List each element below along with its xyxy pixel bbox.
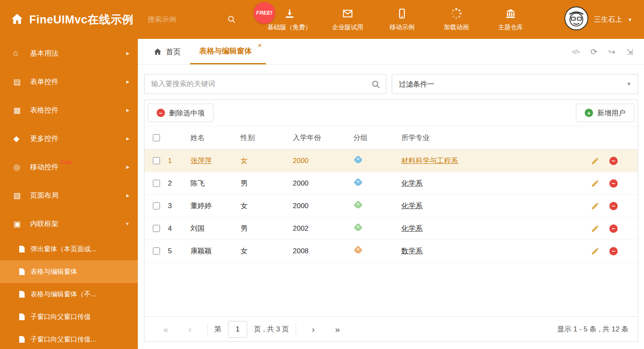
table-row[interactable]: 5 康颖颖 女 2008 数学系 — [145, 240, 638, 262]
sidebar-subitem-grid-edit-window-2[interactable]: 表格与编辑窗体（不... — [0, 283, 138, 306]
frame-icon: ▣ — [13, 219, 26, 229]
expand-icon[interactable]: ⇲ — [626, 47, 633, 57]
envelope-icon — [342, 8, 353, 20]
edit-icon[interactable] — [591, 224, 599, 233]
minus-circle-icon — [157, 109, 165, 117]
table-row[interactable]: 3 董婷婷 女 2000 化学系 — [145, 195, 638, 217]
column-header-year: 入学年份 — [289, 133, 350, 143]
select-all-checkbox[interactable] — [153, 134, 160, 141]
keyword-search — [144, 74, 386, 94]
sidebar-item-form-controls[interactable]: ▤ 表单控件 ▶ — [0, 67, 138, 96]
home-icon — [154, 48, 162, 56]
sidebar-subitem-grid-edit-window[interactable]: 表格与编辑窗体 — [0, 260, 138, 283]
nav-item-basic-free[interactable]: FREE! 基础版（免费） — [268, 8, 312, 31]
row-checkbox[interactable] — [153, 247, 160, 255]
nav-item-label: 移动示例 — [390, 23, 415, 31]
row-name: 刘国 — [187, 224, 237, 233]
nav-item-enterprise-trial[interactable]: 企业版试用 — [330, 8, 366, 31]
sidebar-item-label: 基本用法 — [30, 48, 126, 58]
tab-grid-edit-window[interactable]: 表格与编辑窗体 × — [190, 39, 266, 64]
more-controls-icon: ◆ — [13, 134, 26, 143]
plus-circle-icon — [585, 109, 593, 117]
delete-icon[interactable] — [609, 157, 618, 165]
nav-item-loading-animation[interactable]: 加载动画 — [439, 8, 474, 31]
row-gender: 男 — [237, 224, 289, 233]
home-icon: ⌂ — [13, 48, 26, 58]
nav-item-mobile-demo[interactable]: 移动示例 — [384, 8, 420, 31]
edit-icon[interactable] — [591, 179, 599, 188]
tag-icon — [354, 223, 363, 232]
nav-item-label: 企业版试用 — [332, 23, 363, 31]
major-link[interactable]: 化学系 — [401, 224, 423, 232]
sidebar-item-grid-controls[interactable]: ▦ 表格控件 ▶ — [0, 96, 138, 124]
close-icon[interactable]: × — [258, 42, 262, 49]
sidebar-subitem-label: 表格与编辑窗体（不... — [30, 290, 96, 299]
chevron-right-icon: ▶ — [126, 79, 129, 84]
row-gender: 女 — [237, 156, 289, 166]
delete-icon[interactable] — [609, 179, 618, 188]
refresh-icon[interactable]: ⟳ — [591, 47, 598, 57]
sidebar-item-mobile-controls[interactable]: ◎ 移动控件 Corp. ▶ — [0, 153, 138, 181]
add-user-button[interactable]: 新增用户 — [576, 104, 634, 122]
row-checkbox[interactable] — [153, 180, 160, 187]
tab-bar: 首页 表格与编辑窗体 × </> ⟳ ↪ ⇲ — [138, 39, 644, 65]
user-menu[interactable]: 三生石上 ▼ — [564, 6, 644, 33]
pager-divider — [207, 324, 208, 335]
prev-page-button[interactable]: ‹ — [178, 324, 202, 334]
tab-home[interactable]: 首页 — [145, 39, 190, 64]
row-checkbox[interactable] — [153, 202, 160, 209]
last-page-button[interactable]: » — [325, 324, 350, 334]
table-row[interactable]: 1 张萍萍 女 2000 材料科学与工程系 — [145, 150, 638, 172]
main-area: 首页 表格与编辑窗体 × </> ⟳ ↪ ⇲ 过滤条件一 ▼ — [138, 39, 644, 349]
row-checkbox[interactable] — [153, 157, 160, 164]
next-page-button[interactable]: › — [301, 324, 325, 334]
search-icon[interactable] — [371, 80, 380, 91]
search-icon[interactable] — [227, 15, 236, 25]
row-checkbox[interactable] — [153, 225, 160, 232]
delete-icon[interactable] — [609, 202, 618, 210]
row-name: 张萍萍 — [187, 156, 237, 166]
sidebar-item-page-layout[interactable]: ▧ 页面布局 ▶ — [0, 181, 138, 209]
grid-panel: 删除选中项 新增用户 姓名 性别 入学年份 分组 所学专业 1 — [144, 99, 638, 342]
chevron-right-icon: ▶ — [126, 136, 129, 141]
tab-label: 表格与编辑窗体 — [199, 46, 252, 56]
sidebar-subitem-popup-window[interactable]: 弹出窗体（本页面或... — [0, 238, 138, 260]
major-link[interactable]: 数学系 — [401, 247, 423, 255]
sidebar-subitem-child-to-parent[interactable]: 子窗口向父窗口传值 — [0, 306, 138, 328]
column-header-major: 所学专业 — [398, 133, 591, 143]
free-badge: FREE! — [254, 2, 275, 24]
header-search-input[interactable] — [148, 11, 238, 28]
page-label-prefix: 第 — [214, 324, 221, 334]
major-link[interactable]: 化学系 — [401, 202, 423, 210]
keyword-search-input[interactable] — [145, 74, 386, 94]
source-code-icon[interactable]: </> — [572, 48, 580, 55]
home-icon — [11, 13, 23, 27]
edit-icon[interactable] — [591, 157, 599, 165]
edit-icon[interactable] — [591, 247, 599, 255]
edit-icon[interactable] — [591, 202, 599, 210]
major-link[interactable]: 材料科学与工程系 — [401, 157, 458, 165]
header-search — [148, 11, 238, 28]
nav-item-theme-repo[interactable]: 主题仓库 — [493, 8, 529, 31]
sidebar-item-label: 移动控件 — [30, 162, 58, 172]
share-icon[interactable]: ↪ — [608, 47, 615, 57]
table-row[interactable]: 2 陈飞 男 2000 化学系 — [145, 172, 638, 195]
row-name: 陈飞 — [187, 178, 237, 188]
delete-selected-button[interactable]: 删除选中项 — [148, 104, 213, 122]
delete-selected-label: 删除选中项 — [169, 108, 205, 118]
major-link[interactable]: 化学系 — [401, 179, 423, 187]
delete-icon[interactable] — [609, 224, 618, 233]
page-number-input[interactable] — [228, 321, 247, 338]
app-logo[interactable]: FineUIMvc在线示例 — [0, 12, 134, 27]
column-header-gender: 性别 — [237, 133, 289, 143]
row-number: 2 — [168, 179, 187, 188]
filter-dropdown[interactable]: 过滤条件一 ▼ — [392, 74, 638, 94]
sidebar-item-inline-frame[interactable]: ▣ 内联框架 ▼ — [0, 209, 138, 238]
delete-icon[interactable] — [609, 247, 618, 255]
chevron-down-icon: ▼ — [125, 222, 129, 226]
table-row[interactable]: 4 刘国 男 2002 化学系 — [145, 217, 638, 240]
sidebar-subitem-child-to-parent-2[interactable]: 子窗口向父窗口传值... — [0, 328, 138, 349]
first-page-button[interactable]: « — [154, 324, 178, 334]
sidebar-item-more-controls[interactable]: ◆ 更多控件 ▶ — [0, 124, 138, 153]
sidebar-item-basic-usage[interactable]: ⌂ 基本用法 ▶ — [0, 39, 138, 67]
